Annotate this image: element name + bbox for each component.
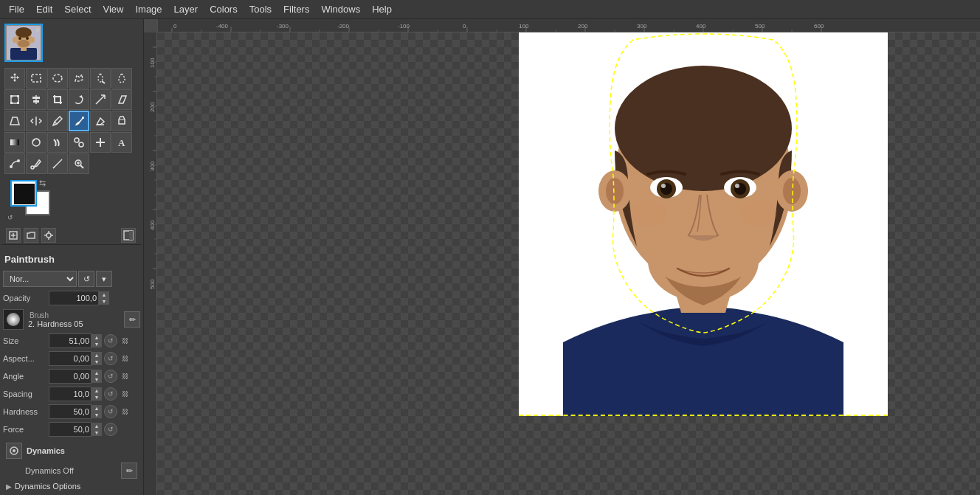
size-down[interactable]: ▼: [92, 341, 102, 347]
opacity-down[interactable]: ▼: [99, 298, 109, 305]
force-up[interactable]: ▲: [92, 423, 102, 429]
size-reset[interactable]: ↺: [104, 334, 117, 347]
swap-colors-icon[interactable]: ⇆: [39, 179, 46, 188]
menu-tools[interactable]: Tools: [244, 2, 277, 16]
tool-shear[interactable]: [111, 89, 132, 110]
foreground-color-swatch[interactable]: [10, 180, 37, 207]
tool-bucket[interactable]: [111, 111, 132, 131]
svg-point-8: [18, 37, 21, 40]
menu-file[interactable]: File: [3, 2, 30, 16]
tool-gradient[interactable]: [4, 132, 25, 153]
angle-link[interactable]: ⛓: [119, 370, 131, 382]
tool-zoom[interactable]: [69, 153, 89, 174]
opacity-up[interactable]: ▲: [99, 291, 109, 298]
spacing-down[interactable]: ▼: [92, 394, 102, 401]
force-down[interactable]: ▼: [92, 429, 102, 436]
tool-text[interactable]: A: [111, 132, 132, 153]
angle-reset[interactable]: ↺: [104, 370, 117, 383]
size-link[interactable]: ⛓: [119, 335, 131, 347]
menu-windows[interactable]: Windows: [315, 2, 366, 16]
tool-rect-select[interactable]: [26, 68, 46, 89]
tool-scale[interactable]: [90, 89, 111, 110]
tool-grid: A: [1, 66, 142, 176]
opacity-input[interactable]: [49, 291, 99, 305]
force-input[interactable]: [49, 422, 92, 437]
tool-crop[interactable]: [47, 89, 68, 110]
tool-free-select[interactable]: [69, 68, 89, 89]
tool-heal[interactable]: [90, 132, 111, 153]
aspect-reset[interactable]: ↺: [104, 352, 117, 365]
menu-view[interactable]: View: [97, 2, 130, 16]
angle-up[interactable]: ▲: [92, 370, 102, 376]
size-up[interactable]: ▲: [92, 334, 102, 341]
menu-filters[interactable]: Filters: [277, 2, 315, 16]
tool-color-select[interactable]: [111, 68, 132, 89]
tool-smudge[interactable]: [47, 132, 68, 153]
aspect-input[interactable]: [49, 351, 92, 366]
angle-down[interactable]: ▼: [92, 376, 102, 383]
tool-align[interactable]: [26, 89, 46, 110]
spacing-input[interactable]: [49, 387, 92, 401]
svg-rect-51: [129, 231, 133, 240]
hardness-down[interactable]: ▼: [92, 412, 102, 418]
open-image-icon[interactable]: [24, 228, 38, 243]
svg-point-30: [79, 142, 83, 147]
aspect-up[interactable]: ▲: [92, 352, 102, 359]
menu-image[interactable]: Image: [129, 2, 168, 16]
dynamics-options-row[interactable]: ▶ Dynamics Options: [3, 480, 140, 492]
mode-select[interactable]: Nor... Dissolve Multiply: [3, 271, 77, 287]
tool-ellipse-select[interactable]: [47, 68, 68, 89]
image-thumbnail[interactable]: ×: [4, 24, 43, 62]
tool-transform[interactable]: [4, 89, 25, 110]
menu-layer[interactable]: Layer: [168, 2, 204, 16]
mode-cycle-icon[interactable]: ↺: [78, 271, 94, 287]
hardness-link[interactable]: ⛓: [119, 406, 131, 418]
prefs-icon[interactable]: [41, 228, 56, 243]
menu-edit[interactable]: Edit: [30, 2, 58, 16]
close-icon[interactable]: ×: [35, 26, 40, 34]
tool-pencil[interactable]: [47, 111, 68, 131]
mode-reset-icon[interactable]: ▾: [96, 271, 112, 287]
aspect-down[interactable]: ▼: [92, 359, 102, 365]
tool-eraser[interactable]: [90, 111, 111, 131]
spacing-link[interactable]: ⛓: [119, 388, 131, 400]
brush-preview[interactable]: [3, 309, 24, 330]
size-row: Size ▲ ▼ ↺ ⛓: [0, 332, 143, 350]
svg-point-126: [735, 184, 739, 188]
svg-rect-17: [17, 102, 19, 104]
hardness-input[interactable]: [49, 404, 92, 419]
tool-color-picker[interactable]: [26, 153, 46, 174]
hardness-up[interactable]: ▲: [92, 405, 102, 412]
panel-right-icon[interactable]: [121, 228, 136, 243]
size-input[interactable]: [49, 333, 92, 348]
new-image-icon[interactable]: [6, 228, 21, 243]
spacing-up[interactable]: ▲: [92, 387, 102, 394]
menu-colors[interactable]: Colors: [204, 2, 244, 16]
reset-colors-icon[interactable]: ↺: [7, 214, 13, 221]
tool-rotate[interactable]: [69, 89, 89, 110]
brush-edit-button[interactable]: ✏: [124, 311, 140, 328]
tool-flip[interactable]: [26, 111, 46, 131]
svg-rect-27: [10, 139, 19, 145]
tool-clone[interactable]: [69, 132, 89, 153]
menu-help[interactable]: Help: [366, 2, 398, 16]
angle-input[interactable]: [49, 369, 92, 384]
tool-dodge-burn[interactable]: [26, 132, 46, 153]
menu-select[interactable]: Select: [58, 2, 97, 16]
menubar: File Edit Select View Image Layer Colors…: [0, 0, 980, 19]
tool-fuzzy-select[interactable]: [90, 68, 111, 89]
tool-perspective[interactable]: [4, 111, 25, 131]
spacing-reset[interactable]: ↺: [104, 387, 117, 401]
tool-paintbrush[interactable]: [69, 111, 89, 131]
hardness-reset[interactable]: ↺: [104, 405, 117, 418]
canvas-content[interactable]: [157, 32, 980, 495]
tool-paths[interactable]: [4, 153, 25, 174]
canvas-area[interactable]: 0 -400 -300 -200 -100 0 100 200: [144, 19, 980, 495]
tool-move[interactable]: [4, 68, 25, 89]
svg-text:100: 100: [519, 23, 529, 30]
aspect-link[interactable]: ⛓: [119, 353, 131, 364]
force-reset[interactable]: ↺: [104, 423, 117, 436]
svg-text:A: A: [118, 137, 125, 148]
dynamics-edit-button[interactable]: ✏: [121, 463, 137, 479]
tool-measure[interactable]: [47, 153, 68, 174]
